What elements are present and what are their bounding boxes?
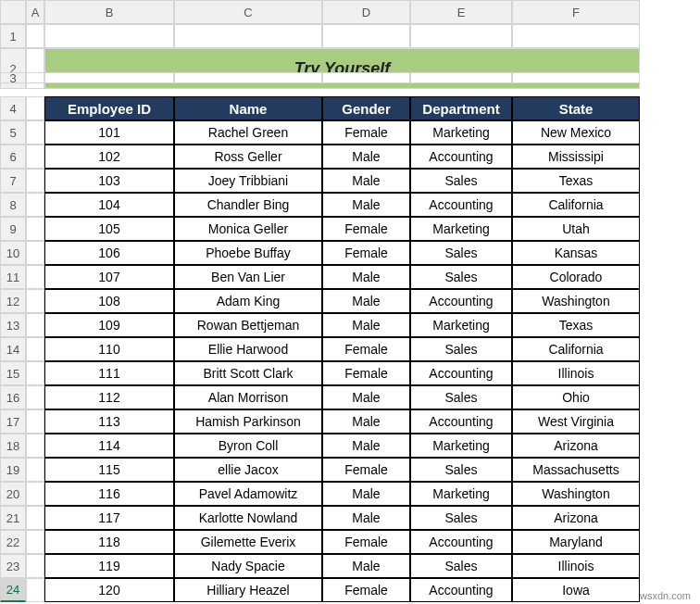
row-header-16[interactable]: 16 (0, 385, 26, 409)
cell-employee-id[interactable]: 117 (44, 506, 174, 530)
cell-department[interactable]: Marketing (410, 120, 512, 145)
cell-state[interactable]: California (512, 337, 640, 361)
cell-state[interactable]: California (512, 193, 640, 217)
cell-a17[interactable] (26, 409, 44, 434)
cell-empty[interactable] (410, 72, 512, 83)
cell-employee-id[interactable]: 106 (44, 241, 174, 265)
row-header-4[interactable]: 4 (0, 96, 26, 120)
cell-name[interactable]: Phoebe Buffay (174, 241, 322, 265)
cell-a22[interactable] (26, 530, 44, 554)
row-header-3[interactable]: 3 (0, 72, 26, 83)
cell-a23[interactable] (26, 554, 44, 578)
cell-empty[interactable] (174, 24, 322, 48)
cell-employee-id[interactable]: 103 (44, 169, 174, 193)
cell-gender[interactable]: Female (322, 578, 410, 602)
cell-name[interactable]: Rachel Green (174, 120, 322, 145)
cell-empty[interactable] (44, 24, 174, 48)
cell-a24[interactable] (26, 578, 44, 602)
table-header-1[interactable]: Name (174, 96, 322, 120)
cell-name[interactable]: Chandler Bing (174, 193, 322, 217)
cell-gender[interactable]: Female (322, 458, 410, 482)
cell-state[interactable]: Kansas (512, 241, 640, 265)
cell-a21[interactable] (26, 506, 44, 530)
cell-department[interactable]: Sales (410, 265, 512, 289)
cell-employee-id[interactable]: 118 (44, 530, 174, 554)
cell-name[interactable]: Ross Geller (174, 145, 322, 169)
cell-name[interactable]: Ellie Harwood (174, 337, 322, 361)
cell-employee-id[interactable]: 112 (44, 385, 174, 409)
cell-name[interactable]: Pavel Adamowitz (174, 482, 322, 506)
cell-gender[interactable]: Male (322, 434, 410, 458)
cell-name[interactable]: Hilliary Heazel (174, 578, 322, 602)
cell-state[interactable]: Texas (512, 169, 640, 193)
col-header-D[interactable]: D (322, 0, 410, 24)
cell-name[interactable]: Britt Scott Clark (174, 361, 322, 385)
cell-name[interactable]: Alan Morrison (174, 385, 322, 409)
table-header-0[interactable]: Employee ID (44, 96, 174, 120)
cell-state[interactable]: Washington (512, 482, 640, 506)
row-header-10[interactable]: 10 (0, 241, 26, 265)
row-header-12[interactable]: 12 (0, 289, 26, 313)
cell-department[interactable]: Sales (410, 385, 512, 409)
cell-name[interactable]: Rowan Bettjeman (174, 313, 322, 337)
table-header-3[interactable]: Department (410, 96, 512, 120)
col-header-F[interactable]: F (512, 0, 640, 24)
cell-department[interactable]: Accounting (410, 578, 512, 602)
cell-employee-id[interactable]: 119 (44, 554, 174, 578)
cell-name[interactable]: Adam King (174, 289, 322, 313)
cell-a13[interactable] (26, 313, 44, 337)
cell-state[interactable]: Mississipi (512, 145, 640, 169)
cell-employee-id[interactable]: 116 (44, 482, 174, 506)
cell-gender[interactable]: Male (322, 506, 410, 530)
cell-department[interactable]: Sales (410, 554, 512, 578)
cell-name[interactable]: Hamish Parkinson (174, 409, 322, 434)
cell-department[interactable]: Sales (410, 169, 512, 193)
cell-empty[interactable] (512, 24, 640, 48)
cell-a4[interactable] (26, 96, 44, 120)
cell-department[interactable]: Sales (410, 337, 512, 361)
row-header-11[interactable]: 11 (0, 265, 26, 289)
cell-a12[interactable] (26, 289, 44, 313)
select-all-corner[interactable] (0, 0, 26, 24)
cell-gender[interactable]: Female (322, 337, 410, 361)
cell-state[interactable]: New Mexico (512, 120, 640, 145)
cell-gender[interactable]: Male (322, 193, 410, 217)
cell-gender[interactable]: Female (322, 217, 410, 241)
cell-employee-id[interactable]: 107 (44, 265, 174, 289)
cell-empty[interactable] (322, 72, 410, 83)
cell-empty[interactable] (512, 72, 640, 83)
cell-a16[interactable] (26, 385, 44, 409)
cell-employee-id[interactable]: 104 (44, 193, 174, 217)
row-header-1[interactable]: 1 (0, 24, 26, 48)
cell-a14[interactable] (26, 337, 44, 361)
cell-a10[interactable] (26, 241, 44, 265)
cell-employee-id[interactable]: 111 (44, 361, 174, 385)
cell-a19[interactable] (26, 458, 44, 482)
row-header-6[interactable]: 6 (0, 145, 26, 169)
cell-state[interactable]: Iowa (512, 578, 640, 602)
cell-gender[interactable]: Male (322, 265, 410, 289)
cell-state[interactable]: Utah (512, 217, 640, 241)
cell-a11[interactable] (26, 265, 44, 289)
row-header-14[interactable]: 14 (0, 337, 26, 361)
cell-state[interactable]: Illinois (512, 361, 640, 385)
row-header-7[interactable]: 7 (0, 169, 26, 193)
cell-gender[interactable]: Female (322, 530, 410, 554)
cell-department[interactable]: Marketing (410, 313, 512, 337)
cell-empty[interactable] (26, 72, 44, 83)
cell-gender[interactable]: Male (322, 482, 410, 506)
row-header-13[interactable]: 13 (0, 313, 26, 337)
cell-name[interactable]: Joey Tribbiani (174, 169, 322, 193)
cell-state[interactable]: Colorado (512, 265, 640, 289)
cell-employee-id[interactable]: 110 (44, 337, 174, 361)
cell-state[interactable]: Arizona (512, 506, 640, 530)
cell-gender[interactable]: Female (322, 241, 410, 265)
cell-department[interactable]: Accounting (410, 193, 512, 217)
cell-name[interactable]: Byron Coll (174, 434, 322, 458)
cell-empty[interactable] (44, 72, 174, 83)
row-header-20[interactable]: 20 (0, 482, 26, 506)
cell-state[interactable]: Ohio (512, 385, 640, 409)
cell-gender[interactable]: Female (322, 361, 410, 385)
cell-gender[interactable]: Male (322, 169, 410, 193)
cell-employee-id[interactable]: 113 (44, 409, 174, 434)
